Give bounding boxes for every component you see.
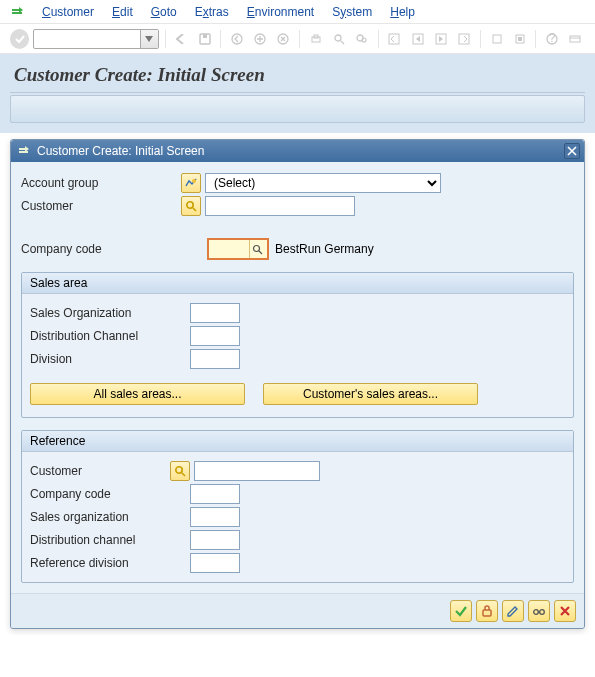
page-title: Customer Create: Initial Screen <box>10 58 585 93</box>
back-icon[interactable] <box>227 29 246 49</box>
company-code-text: BestRun Germany <box>275 242 374 256</box>
last-page-icon[interactable] <box>455 29 474 49</box>
first-page-icon[interactable] <box>385 29 404 49</box>
find-next-icon[interactable] <box>353 29 372 49</box>
menu-item-extras[interactable]: Extras <box>195 5 229 19</box>
ref-sales-org-input[interactable] <box>190 507 240 527</box>
division-input[interactable] <box>190 349 240 369</box>
company-code-field[interactable] <box>207 238 269 260</box>
nav-left-icon[interactable] <box>172 29 191 49</box>
prev-page-icon[interactable] <box>408 29 427 49</box>
cancel-icon[interactable] <box>274 29 293 49</box>
ref-dist-channel-input[interactable] <box>190 530 240 550</box>
edit-button[interactable] <box>502 600 524 622</box>
all-sales-areas-button[interactable]: All sales areas... <box>30 383 245 405</box>
svg-point-7 <box>335 35 341 41</box>
customers-sales-areas-button[interactable]: Customer's sales areas... <box>263 383 478 405</box>
svg-point-25 <box>534 610 539 615</box>
svg-point-26 <box>540 610 545 615</box>
ok-icon[interactable] <box>10 29 29 49</box>
label-sales-org: Sales Organization <box>30 306 190 320</box>
svg-text:?: ? <box>549 33 556 45</box>
svg-rect-24 <box>483 610 491 616</box>
label-customer: Customer <box>21 199 181 213</box>
svg-point-20 <box>192 179 196 183</box>
menu-item-environment[interactable]: Environment <box>247 5 314 19</box>
label-division: Division <box>30 352 190 366</box>
dialog-customer-create: Customer Create: Initial Screen Account … <box>10 139 585 629</box>
menu-item-edit[interactable]: Edit <box>112 5 133 19</box>
chevron-down-icon[interactable] <box>140 30 158 48</box>
svg-point-2 <box>232 34 242 44</box>
ref-company-code-input[interactable] <box>190 484 240 504</box>
layout-icon[interactable] <box>566 29 585 49</box>
dialog-icon <box>17 144 31 158</box>
label-ref-dist-channel: Distribution channel <box>30 533 190 547</box>
label-account-group: Account group <box>21 176 181 190</box>
f4-customer-icon[interactable] <box>181 196 201 216</box>
label-dist-channel: Distribution Channel <box>30 329 190 343</box>
menu-item-help[interactable]: Help <box>390 5 415 19</box>
svg-rect-1 <box>203 34 207 38</box>
page-subheader <box>10 95 585 123</box>
svg-rect-16 <box>518 37 522 41</box>
shortcut-icon[interactable] <box>510 29 529 49</box>
svg-point-22 <box>254 245 260 251</box>
application-toolbar: ? <box>0 24 595 54</box>
menu-bar: CustomerEditGotoExtrasEnvironmentSystemH… <box>0 0 595 24</box>
f4-account-group-icon[interactable] <box>181 173 201 193</box>
command-field[interactable] <box>33 29 158 49</box>
menu-item-customer[interactable]: Customer <box>42 5 94 19</box>
ref-division-input[interactable] <box>190 553 240 573</box>
dist-channel-input[interactable] <box>190 326 240 346</box>
customer-input[interactable] <box>205 196 355 216</box>
svg-rect-14 <box>493 35 501 43</box>
svg-point-21 <box>187 202 193 208</box>
group-sales-area: Sales area Sales Organization Distributi… <box>21 272 574 418</box>
save-icon[interactable] <box>195 29 214 49</box>
group-reference: Reference Customer Company code Sales or… <box>21 430 574 583</box>
dialog-footer <box>11 593 584 628</box>
print-icon[interactable] <box>306 29 325 49</box>
cancel-button[interactable] <box>554 600 576 622</box>
dialog-titlebar: Customer Create: Initial Screen <box>11 140 584 162</box>
label-ref-division: Reference division <box>30 556 190 570</box>
menu-item-goto[interactable]: Goto <box>151 5 177 19</box>
company-code-input[interactable] <box>211 240 249 258</box>
dialog-title: Customer Create: Initial Screen <box>37 144 558 158</box>
group-title-reference: Reference <box>22 431 573 452</box>
label-company-code: Company code <box>21 242 207 256</box>
close-icon[interactable] <box>564 143 580 159</box>
label-ref-sales-org: Sales organization <box>30 510 190 524</box>
menu-item-system[interactable]: System <box>332 5 372 19</box>
label-ref-customer: Customer <box>30 464 170 478</box>
page-header: Customer Create: Initial Screen <box>0 54 595 133</box>
account-group-select[interactable]: (Select) <box>205 173 441 193</box>
svg-rect-19 <box>570 36 580 42</box>
label-ref-company-code: Company code <box>30 487 190 501</box>
sales-org-input[interactable] <box>190 303 240 323</box>
session-new-icon[interactable] <box>487 29 506 49</box>
search-help-icon[interactable] <box>249 240 265 258</box>
find-icon[interactable] <box>329 29 348 49</box>
continue-button[interactable] <box>450 600 472 622</box>
exit-icon[interactable] <box>250 29 269 49</box>
lock-button[interactable] <box>476 600 498 622</box>
glasses-button[interactable] <box>528 600 550 622</box>
ref-customer-input[interactable] <box>194 461 320 481</box>
f4-ref-customer-icon[interactable] <box>170 461 190 481</box>
next-page-icon[interactable] <box>431 29 450 49</box>
svg-point-23 <box>176 467 182 473</box>
sap-menu-icon[interactable] <box>10 5 24 19</box>
help-icon[interactable]: ? <box>542 29 561 49</box>
group-title-sales-area: Sales area <box>22 273 573 294</box>
